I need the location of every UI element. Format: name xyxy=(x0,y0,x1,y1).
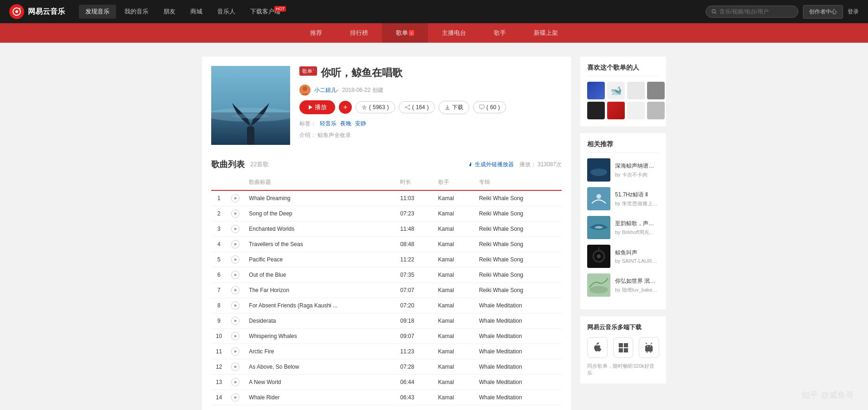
play-cell[interactable] xyxy=(227,237,244,252)
play-cell[interactable] xyxy=(227,221,244,237)
fan-avatar[interactable]: 🐋 xyxy=(607,82,625,99)
related-item[interactable]: 51.7Hz鲸语 Ⅱ by 朱世恩做膝上猫 ☆ xyxy=(587,187,659,210)
nav-discover[interactable]: 发现音乐 xyxy=(79,5,116,19)
fan-avatar[interactable] xyxy=(587,102,605,119)
subnav-radio[interactable]: 主播电台 xyxy=(428,23,480,43)
song-artist[interactable]: Kamal xyxy=(434,390,474,405)
comment-button[interactable]: (60) xyxy=(473,101,506,113)
play-row-button[interactable] xyxy=(231,209,240,218)
login-button[interactable]: 登录 xyxy=(848,8,859,16)
play-row-button[interactable] xyxy=(231,225,240,233)
play-row-button[interactable] xyxy=(231,255,240,264)
external-player-link[interactable]: 生成外链播放器 xyxy=(467,161,514,169)
subnav-playlist[interactable]: 歌单 ♪ xyxy=(382,23,428,43)
play-row-button[interactable] xyxy=(231,317,240,325)
song-artist[interactable]: Kamal xyxy=(434,252,474,267)
subnav-recommend[interactable]: 推荐 xyxy=(296,23,336,43)
song-album[interactable]: Whale Meditation xyxy=(474,390,562,405)
collect-button[interactable]: (5963) xyxy=(356,101,395,113)
play-row-button[interactable] xyxy=(231,286,240,294)
fan-avatar[interactable] xyxy=(627,102,645,119)
related-item[interactable]: 鲸鱼叫声 by SAINT-LAURENT xyxy=(587,245,659,268)
song-artist[interactable]: Kamal xyxy=(434,283,474,298)
play-row-button[interactable] xyxy=(231,347,240,356)
song-album[interactable]: Whale Meditation xyxy=(474,298,562,313)
nav-download[interactable]: 下载客户端 HOT xyxy=(244,5,287,19)
song-artist[interactable]: Kamal xyxy=(434,206,474,221)
play-cell[interactable] xyxy=(227,298,244,313)
song-album[interactable]: Whale Meditation xyxy=(474,313,562,329)
fan-avatar[interactable] xyxy=(587,82,605,99)
play-cell[interactable] xyxy=(227,283,244,298)
play-cell[interactable] xyxy=(227,252,244,267)
song-artist[interactable]: Kamal xyxy=(434,359,474,375)
play-row-button[interactable] xyxy=(231,363,240,371)
play-row-button[interactable] xyxy=(231,301,240,310)
play-cell[interactable] xyxy=(227,390,244,405)
song-album[interactable]: Reiki Whale Song xyxy=(474,283,562,298)
android-download-button[interactable] xyxy=(639,337,659,358)
related-item[interactable]: 你弘如世界 泯灭如... by 陆维luv_baker ☆ xyxy=(587,273,659,297)
play-cell[interactable] xyxy=(227,329,244,344)
windows-download-button[interactable] xyxy=(613,337,634,358)
song-album[interactable]: Reiki Whale Song xyxy=(474,221,562,237)
nav-friends[interactable]: 朋友 xyxy=(157,5,182,19)
song-artist[interactable]: Kamal xyxy=(434,267,474,283)
subnav-new-albums[interactable]: 新碟上架 xyxy=(520,23,572,43)
song-album[interactable]: Whale Meditation xyxy=(474,359,562,375)
song-album[interactable]: Reiki Whale Song xyxy=(474,252,562,267)
add-to-playlist-button[interactable]: + xyxy=(339,101,352,114)
tag-night[interactable]: 夜晚 xyxy=(340,120,351,128)
nav-musicians[interactable]: 音乐人 xyxy=(211,5,242,19)
play-row-button[interactable] xyxy=(231,378,240,386)
nav-my-music[interactable]: 我的音乐 xyxy=(118,5,155,19)
fan-avatar[interactable] xyxy=(627,82,645,99)
song-album[interactable]: Reiki Whale Song xyxy=(474,190,562,206)
song-album[interactable]: Whale Meditation xyxy=(474,329,562,344)
play-cell[interactable] xyxy=(227,359,244,375)
play-row-button[interactable] xyxy=(231,194,240,202)
play-cell[interactable] xyxy=(227,190,244,206)
song-album[interactable]: Whale Meditation xyxy=(474,344,562,359)
fan-avatar[interactable] xyxy=(647,102,665,119)
play-row-button[interactable] xyxy=(231,332,240,340)
creator-name[interactable]: 小二妞儿- xyxy=(314,86,338,94)
song-album[interactable]: Whale Meditation xyxy=(474,375,562,390)
ios-download-button[interactable] xyxy=(587,337,608,358)
play-cell[interactable] xyxy=(227,267,244,283)
song-artist[interactable]: Kamal xyxy=(434,221,474,237)
play-cell[interactable] xyxy=(227,375,244,390)
play-cell[interactable] xyxy=(227,313,244,329)
creator-center-button[interactable]: 创作者中心 xyxy=(803,5,843,19)
search-box[interactable] xyxy=(706,6,798,18)
fan-avatar[interactable] xyxy=(647,82,665,99)
play-cell[interactable] xyxy=(227,206,244,221)
song-artist[interactable]: Kamal xyxy=(434,313,474,329)
play-button[interactable]: 播放 xyxy=(299,100,335,114)
play-cell[interactable] xyxy=(227,344,244,359)
song-artist[interactable]: Kamal xyxy=(434,237,474,252)
song-artist[interactable]: Kamal xyxy=(434,344,474,359)
song-artist[interactable]: Kamal xyxy=(434,329,474,344)
tag-light-music[interactable]: 轻音乐 xyxy=(320,120,337,128)
play-row-button[interactable] xyxy=(231,393,240,402)
share-button[interactable]: (164) xyxy=(399,101,435,113)
song-artist[interactable]: Kamal xyxy=(434,190,474,206)
song-album[interactable]: Reiki Whale Song xyxy=(474,206,562,221)
top-menu: 发现音乐 我的音乐 朋友 商城 音乐人 下载客户端 HOT xyxy=(79,5,706,19)
play-row-button[interactable] xyxy=(231,271,240,279)
play-row-button[interactable] xyxy=(231,240,240,248)
download-button[interactable]: 下载 xyxy=(439,101,469,114)
song-artist[interactable]: Kamal xyxy=(434,375,474,390)
related-item[interactable]: 至韵鲸歌，声波语言 by Birkhoff周先生 ☆ xyxy=(587,216,659,239)
search-input[interactable] xyxy=(719,8,792,15)
tag-quiet[interactable]: 安静 xyxy=(355,120,366,128)
fan-avatar[interactable] xyxy=(607,102,625,119)
song-album[interactable]: Reiki Whale Song xyxy=(474,267,562,283)
subnav-artists[interactable]: 歌手 xyxy=(480,23,520,43)
song-album[interactable]: Reiki Whale Song xyxy=(474,237,562,252)
nav-shop[interactable]: 商城 xyxy=(184,5,209,19)
related-item[interactable]: 深海鲸声纳谱，重度... by 卡吉不卡肉 xyxy=(587,158,659,182)
subnav-charts[interactable]: 排行榜 xyxy=(336,23,382,43)
song-artist[interactable]: Kamal xyxy=(434,298,474,313)
